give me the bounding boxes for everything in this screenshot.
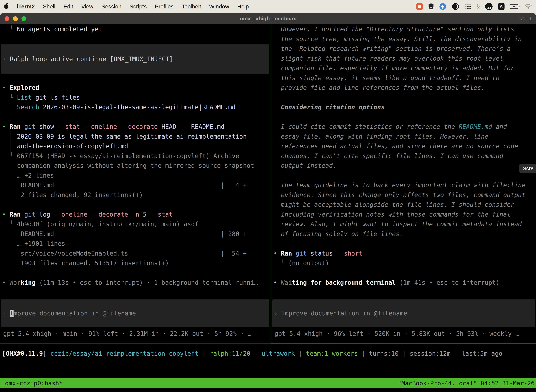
text-segment: … +1901 lines — [2, 240, 65, 247]
omx-status-bar: [OMX#0.11.9] cczip/essay/ai-reimplementa… — [2, 349, 502, 359]
apple-icon[interactable] — [4, 5, 9, 9]
text-segment: might be acceptable alongside the file l… — [273, 201, 514, 208]
terminal-line: 2 files changed, 92 insertions(+) — [2, 190, 270, 200]
terminal-line: 1903 files changed, 513517 insertions(+) — [2, 258, 270, 268]
right-pane[interactable]: However, I noticed the "Directory Struct… — [271, 24, 536, 344]
inject-message-box: › Ralph loop active continue [OMX_TMUX_I… — [1, 44, 269, 74]
text-segment: • — [2, 279, 10, 286]
terminal-line: └ 067f154 (HEAD -> essay/ai-reimplementa… — [2, 151, 270, 161]
text-segment: git — [296, 250, 307, 257]
right-prompt-input[interactable]: › Improve documentation in @filename — [273, 299, 535, 327]
tree-connector — [10, 131, 11, 154]
terminal-line: • Waiting for background terminal (1m 41… — [273, 278, 535, 288]
text-segment: | — [450, 350, 462, 357]
text-segment: └ — [2, 26, 17, 33]
text-segment: ralph:11/20 — [210, 350, 250, 357]
text-segment: and — [492, 123, 507, 130]
terminal-line: slight risk that future readers may over… — [273, 54, 535, 64]
menu-items: iTerm2ShellEditViewSessionScriptsProfile… — [4, 3, 249, 10]
inactive-pane-bottom-border — [271, 344, 536, 344]
text-segment: Ran — [10, 211, 24, 218]
terminal-line: src/voice/voiceModeEnabled.ts | 54 + — [2, 249, 270, 258]
blank-line — [2, 200, 270, 210]
iterm2-window: omx --xhigh --madmax ⌥⌘1 └ No agents com… — [0, 13, 536, 392]
text-segment: essay file, along with finding root file… — [273, 133, 488, 140]
text-segment: --short — [336, 250, 362, 257]
menu-item-edit[interactable]: Edit — [63, 3, 73, 10]
text-segment: (no output) — [288, 260, 329, 267]
text-segment: changes, I can't cite specific file line… — [273, 152, 503, 159]
text-segment: turns:10 — [369, 350, 399, 357]
hexagon-bolt-icon[interactable] — [439, 3, 446, 10]
text-segment: -- — [180, 123, 187, 130]
menu-item-scripts[interactable]: Scripts — [129, 3, 147, 10]
chat-icon[interactable] — [416, 3, 423, 10]
screen-overlay-button[interactable]: Scre — [519, 164, 536, 173]
text-segment: last:5m ago — [462, 350, 502, 357]
menu-item-session[interactable]: Session — [101, 3, 121, 10]
menu-item-profiles[interactable]: Profiles — [155, 3, 174, 10]
text-segment: references need actual files, and since … — [273, 143, 518, 150]
window-titlebar[interactable]: omx --xhigh --madmax ⌥⌘1 — [0, 13, 536, 24]
left-prompt-input[interactable]: › Improve documentation in @filename — [1, 299, 269, 327]
tmux-status-bar: [omx-cczip0:bash* "MacBook-Pro-44.local"… — [0, 378, 536, 388]
text-segment: ting for background terminal — [292, 279, 396, 286]
prompt-chevron-icon: › — [2, 56, 10, 62]
text-segment: the "Related research writing" section i… — [273, 45, 511, 52]
menu-item-window[interactable]: Window — [209, 3, 229, 10]
text-segment: 4b9d30f (origin/main, instructkr/main, m… — [17, 221, 199, 228]
text-segment: ultrawork — [262, 350, 295, 357]
text-segment: 2 files changed, 92 insertions(+) — [2, 191, 143, 198]
window-shortcut: ⌥⌘1 — [518, 13, 532, 24]
text-segment: … +2 lines — [2, 172, 54, 179]
terminal-line: essay file, along with finding root file… — [273, 132, 535, 142]
terminal-line: of focusing solely on file lines. — [273, 229, 535, 239]
terminal-line: evidence. Since this change only affects… — [273, 190, 535, 200]
terminal-area: └ No agents completed yet › Ralph loop a… — [0, 24, 536, 378]
menu-item-view[interactable]: View — [81, 3, 93, 10]
text-segment: README.md | 4 + — [2, 182, 247, 189]
text-segment: | — [295, 350, 306, 357]
terminal-line: 2026-03-09-is-legal-the-same-as-legitima… — [2, 132, 270, 142]
menu-item-toolbelt[interactable]: Toolbelt — [182, 3, 201, 10]
text-segment: slight risk that future readers may over… — [273, 55, 503, 62]
menu-item-shell[interactable]: Shell — [43, 3, 55, 10]
text-segment: git ls-files — [32, 94, 80, 101]
menu-item-iterm2[interactable]: iTerm2 — [17, 3, 35, 10]
right-session-statusline: gpt-5.4 xhigh · 96% left · 520K in · 5.8… — [274, 329, 519, 339]
text-segment: Ran — [281, 250, 296, 257]
text-segment: └ — [2, 152, 17, 159]
macos-menu-bar: iTerm2ShellEditViewSessionScriptsProfile… — [0, 0, 536, 13]
squiggle-icon[interactable]: § — [477, 3, 480, 10]
right-input-placeholder: Improve documentation in @filename — [281, 310, 407, 317]
blank-line — [2, 112, 270, 122]
text-segment: the source tree, missing the essay. Stil… — [273, 36, 522, 42]
battery-icon[interactable] — [510, 4, 519, 9]
left-pane[interactable]: └ No agents completed yet › Ralph loop a… — [0, 24, 271, 344]
wifi-icon[interactable] — [525, 4, 532, 9]
badge-61-icon[interactable]: ..61 — [485, 3, 493, 10]
text-segment: • — [2, 211, 10, 218]
text-segment: README.md — [459, 123, 492, 130]
terminal-line: Considering citation options — [273, 103, 535, 112]
text-segment: status — [307, 250, 337, 257]
moon-circle-icon[interactable] — [452, 3, 459, 10]
text-segment: Ran — [10, 123, 24, 130]
text-segment: companion analysis without altering the … — [2, 162, 254, 169]
text-cursor: I — [10, 310, 14, 317]
text-segment: | — [358, 350, 369, 357]
terminal-line: including verification notes with those … — [273, 210, 535, 219]
text-segment: including verification notes with those … — [273, 211, 511, 218]
a-key-icon[interactable]: A — [498, 3, 505, 10]
menu-item-help[interactable]: Help — [237, 3, 249, 10]
terminal-line: README.md | 4 + — [2, 180, 270, 190]
text-segment: I could cite commit statistics or refere… — [273, 123, 459, 130]
terminal-line: and-the-erosion-of-copyleft.md — [2, 141, 270, 151]
terminal-line: • Ran git status --short — [273, 249, 535, 258]
terminal-line: this single essay, it seems like a good … — [273, 73, 535, 83]
shield-icon[interactable] — [428, 3, 434, 10]
text-segment: team:1 workers — [306, 350, 358, 357]
text-segment: evidence. Since this change only affects… — [273, 191, 526, 198]
dots-grid-icon[interactable] — [464, 3, 471, 10]
window-title: omx --xhigh --madmax — [0, 13, 536, 24]
